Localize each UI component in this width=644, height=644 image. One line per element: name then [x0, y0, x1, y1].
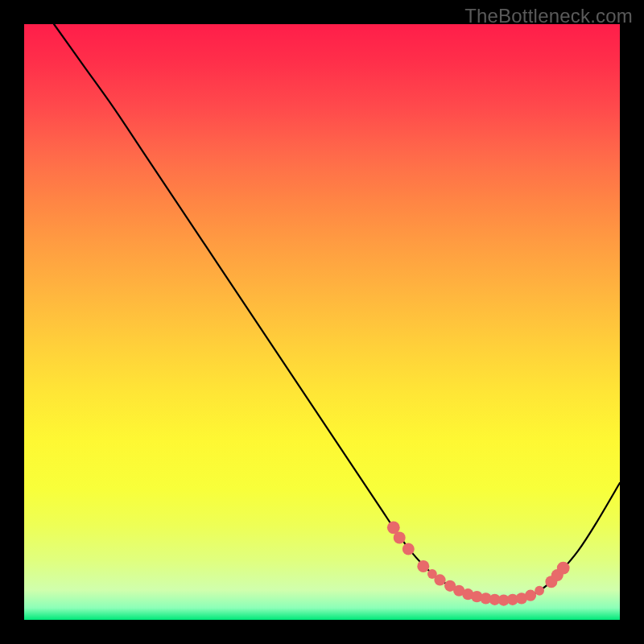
curve-layer — [24, 24, 620, 620]
marker-dot — [402, 543, 415, 555]
marker-dot — [394, 531, 406, 543]
marker-dot — [417, 560, 429, 572]
marker-group — [387, 521, 570, 605]
bottleneck-curve — [54, 24, 620, 601]
marker-dot — [557, 562, 570, 575]
plot-area — [24, 24, 620, 620]
chart-frame: TheBottleneck.com — [0, 0, 644, 644]
marker-dot — [525, 590, 536, 601]
marker-dot — [535, 586, 544, 596]
marker-dot — [434, 574, 445, 585]
